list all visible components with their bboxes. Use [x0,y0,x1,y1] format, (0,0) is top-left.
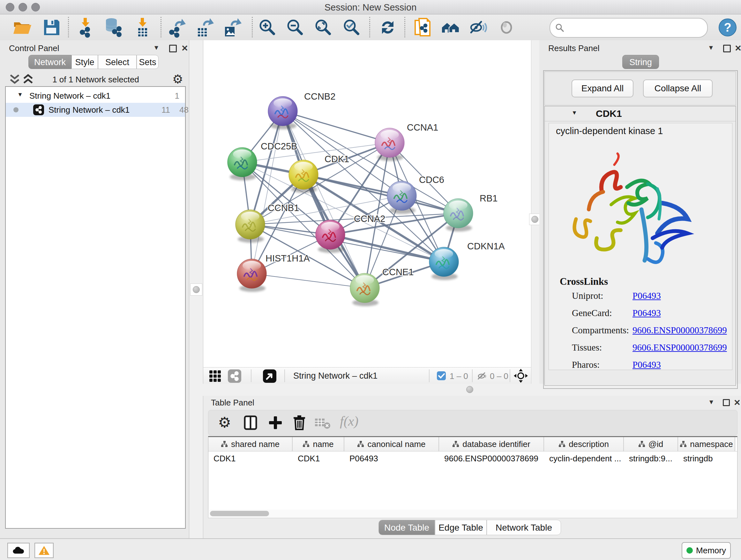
homes-icon[interactable] [441,17,461,38]
tab-edge-table[interactable]: Edge Table [435,520,487,535]
hidden-eye-slash-icon[interactable] [476,370,488,382]
tab-select[interactable]: Select [98,55,137,69]
entry-header[interactable]: ▼ CDK1 [545,106,736,121]
table-cell[interactable]: CDK1 [293,451,344,465]
share-view-icon[interactable] [228,369,241,383]
hide-glasses-icon[interactable] [468,17,489,38]
fit-content-crosshair-icon[interactable] [514,368,528,383]
network-view[interactable]: CCNB2CCNA1CDC25BCDK1CDC6RB1CCNB1CCNA2CDK… [203,40,531,367]
panel-collapse-icon[interactable]: ▼ [708,398,715,406]
open-session-icon[interactable] [12,17,32,38]
panel-collapse-icon[interactable]: ▼ [708,44,714,51]
memory-button[interactable]: Memory [682,542,731,559]
splitter-grip[interactable] [529,213,541,225]
node-CDC25B[interactable] [227,147,257,180]
crosslink-link[interactable]: P06493 [632,291,661,301]
panel-close-icon[interactable]: ✕ [735,44,741,53]
tab-network-table[interactable]: Network Table [487,520,561,535]
node-CDC6[interactable] [387,181,416,214]
node-table[interactable]: shared namenamecanonical namedatabase id… [208,436,738,511]
table-cell[interactable]: CDK1 [208,451,293,465]
crosslink-link[interactable]: P06493 [632,308,661,318]
panel-float-icon[interactable] [723,399,730,406]
column-header-name[interactable]: name [293,437,344,451]
node-CCNB1[interactable] [235,210,265,243]
export-image-icon[interactable] [222,17,242,38]
panel-close-icon[interactable]: ✕ [181,44,188,53]
crosslink-link[interactable]: 9606.ENSP00000378699 [632,342,727,353]
node-HIST1H1A[interactable] [237,259,266,292]
column-header-description[interactable]: description [544,437,624,451]
splitter-grip[interactable] [190,284,202,296]
edge-CCNB2-CCNA1[interactable] [283,111,390,143]
panel-float-icon[interactable] [169,45,177,52]
node-CDKN1A[interactable] [429,247,459,280]
table-row[interactable]: CDK1CDK1P064939606.ENSP00000378699cyclin… [208,451,737,465]
crosslink-link[interactable]: 9606.ENSP00000378699 [632,325,727,335]
node-CCNA2[interactable] [316,220,345,253]
column-header-namespace[interactable]: namespace [678,437,735,451]
table-cell[interactable]: stringdb:9... [624,451,678,465]
show-columns-icon[interactable] [244,415,258,430]
horizontal-scrollbar[interactable] [208,509,738,518]
network-options-gear-icon[interactable]: ⚙ [172,72,183,86]
tab-node-table[interactable]: Node Table [379,520,435,535]
column-header-@id[interactable]: @id [624,437,678,451]
scrollbar-thumb[interactable] [210,511,269,516]
eye-icon[interactable] [496,17,517,38]
control-network-splitter[interactable] [189,40,203,538]
node-CCNA1[interactable] [375,128,404,161]
edge-HIST1H1A-CCNE1[interactable] [252,273,365,288]
panel-close-icon[interactable]: ✕ [734,398,741,408]
network-canvas[interactable]: CCNB2CCNA1CDC25BCDK1CDC6RB1CCNB1CCNA2CDK… [203,40,531,367]
selected-checkbox-icon[interactable] [437,371,446,380]
collapse-all-button[interactable]: Collapse All [643,79,713,98]
table-cell[interactable]: stringdb [678,451,735,465]
tree-expander-icon[interactable]: ▼ [17,91,23,98]
import-database-icon[interactable] [103,17,124,38]
node-RB1[interactable] [444,199,473,232]
expand-all-button[interactable]: Expand All [571,79,633,98]
zoom-in-icon[interactable] [257,17,278,38]
warnings-button[interactable] [35,543,54,558]
splitter-grip[interactable] [465,384,475,395]
network-row-selected[interactable]: String Network – cdk1 11 48 [6,103,185,117]
tab-sets[interactable]: Sets [137,55,158,69]
cloud-button[interactable] [7,543,30,558]
crosslink-link[interactable]: P06493 [632,360,661,370]
search-input[interactable] [549,18,708,38]
save-session-icon[interactable] [41,17,61,38]
table-cell[interactable]: cyclin-dependent ... [544,451,624,465]
tab-string[interactable]: String [622,55,659,69]
refresh-icon[interactable] [378,17,398,38]
import-table-icon[interactable] [132,17,153,38]
zoom-selected-icon[interactable] [341,17,362,38]
help-icon[interactable]: ? [718,17,738,38]
tab-network[interactable]: Network [28,55,71,69]
expand-all-tree-icon[interactable] [9,73,20,85]
panel-float-icon[interactable] [723,45,731,52]
column-header-database-identifier[interactable]: database identifier [439,437,544,451]
add-column-icon[interactable] [268,415,282,430]
export-table-icon[interactable] [194,17,214,38]
import-network-icon[interactable] [75,17,96,38]
network-collection-row[interactable]: ▼ String Network – cdk1 1 [6,89,185,103]
zoom-fit-icon[interactable] [313,17,333,38]
column-header-shared-name[interactable]: shared name [208,437,293,451]
birds-eye-view-icon[interactable] [263,369,276,383]
column-header-canonical-name[interactable]: canonical name [344,437,439,451]
entry-expander-icon[interactable]: ▼ [571,110,577,116]
table-settings-gear-icon[interactable]: ⚙ [218,414,231,431]
delete-column-trash-icon[interactable] [292,415,307,431]
delete-table-icon[interactable] [314,417,331,429]
collapse-all-tree-icon[interactable] [22,73,34,85]
zoom-out-icon[interactable] [285,17,306,38]
table-cell[interactable]: P06493 [344,451,439,465]
function-builder-icon[interactable]: f(x) [340,414,358,429]
table-cell[interactable]: 9606.ENSP00000378699 [439,451,544,465]
node-CCNB2[interactable] [268,97,297,129]
panel-collapse-icon[interactable]: ▼ [153,44,159,51]
network-document-icon[interactable] [413,17,433,38]
node-CDK1[interactable] [289,160,318,193]
node-CCNE1[interactable] [350,273,380,306]
